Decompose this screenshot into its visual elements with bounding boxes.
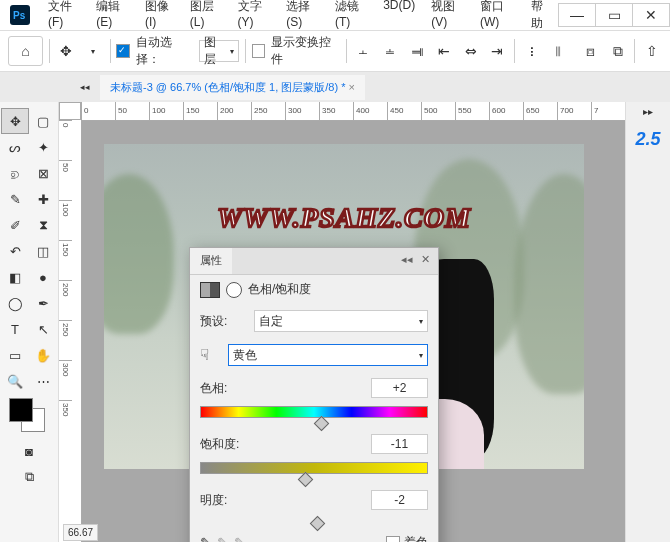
light-label: 明度: (200, 492, 248, 509)
lasso-tool[interactable]: ᔕ (1, 134, 29, 160)
move-tool-icon[interactable]: ✥ (56, 40, 77, 62)
menu-edit[interactable]: 编辑(E) (88, 0, 137, 38)
showtransform-label: 显示变换控件 (271, 34, 339, 68)
quickmask-tool[interactable]: ◙ (15, 438, 43, 464)
zoom-readout[interactable]: 66.67 (63, 524, 98, 541)
sat-slider[interactable] (200, 476, 428, 484)
gradient-tool[interactable]: ◧ (1, 264, 29, 290)
adjustment-name: 色相/饱和度 (248, 281, 311, 298)
screenmode-tool[interactable]: ⧉ (15, 464, 43, 490)
distribute2-icon[interactable]: ⫴ (548, 40, 569, 62)
heal-tool[interactable]: ✚ (29, 186, 57, 212)
colorize-checkbox[interactable] (386, 536, 400, 543)
align-hcenter-icon[interactable]: ⇔ (460, 40, 481, 62)
preset-combo[interactable]: 自定▾ (254, 310, 428, 332)
eyedropper-tool[interactable]: ✎ (1, 186, 29, 212)
autoselect-label: 自动选择： (136, 34, 193, 68)
close-button[interactable]: ✕ (632, 3, 670, 27)
menu-help[interactable]: 帮助 (523, 0, 559, 38)
type-tool[interactable]: T (1, 316, 29, 342)
mask-icon[interactable] (226, 282, 242, 298)
collapse-icon[interactable]: ◂◂ (80, 83, 90, 92)
menu-3d[interactable]: 3D(D) (375, 0, 423, 38)
finger-icon[interactable]: ☟ (200, 346, 222, 364)
pen-tool[interactable]: ✒ (29, 290, 57, 316)
stamp-tool[interactable]: ⧗ (29, 212, 57, 238)
zoom-tool[interactable]: 🔍 (1, 368, 29, 394)
align-left-icon[interactable]: ⇤ (433, 40, 454, 62)
menu-type[interactable]: 文字(Y) (230, 0, 279, 38)
tab-bar: ◂◂ 未标题-3 @ 66.7% (色相/饱和度 1, 图层蒙版/8) * × (0, 72, 670, 102)
right-sidebar: ▸▸ 2.5 (625, 102, 670, 542)
hand-tool[interactable]: ✋ (29, 342, 57, 368)
menu-select[interactable]: 选择(S) (278, 0, 327, 38)
hue-label: 色相: (200, 380, 248, 397)
blur-tool[interactable]: ● (29, 264, 57, 290)
eyedropper-minus-icon[interactable]: ✎ (234, 535, 245, 542)
distribute-icon[interactable]: ⫶ (521, 40, 542, 62)
dodge-tool[interactable]: ◯ (1, 290, 29, 316)
tab-close-icon[interactable]: × (349, 81, 355, 93)
channel-combo[interactable]: 黄色▾ (228, 344, 428, 366)
autoselect-combo[interactable]: 图层▾ (199, 40, 239, 62)
align-bottom-icon[interactable]: ⫥ (406, 40, 427, 62)
expand-icon[interactable]: ▸▸ (643, 102, 653, 121)
eyedropper-icon[interactable]: ✎ (200, 535, 211, 542)
watermark-text: WWW.PSAHZ.COM (217, 202, 471, 234)
home-icon[interactable]: ⌂ (8, 36, 43, 66)
light-slider[interactable] (200, 520, 428, 528)
hue-input[interactable]: +2 (371, 378, 428, 398)
document-tab[interactable]: 未标题-3 @ 66.7% (色相/饱和度 1, 图层蒙版/8) * × (100, 75, 365, 100)
adjustment-icon (200, 282, 220, 298)
menu-image[interactable]: 图像(I) (137, 0, 182, 38)
colorize-label: 着色 (404, 534, 428, 542)
eraser-tool[interactable]: ◫ (29, 238, 57, 264)
panel-collapse-icon[interactable]: ◂◂ (401, 253, 413, 269)
showtransform-checkbox[interactable] (252, 44, 265, 58)
menu-layer[interactable]: 图层(L) (182, 0, 230, 38)
move-tool[interactable]: ✥ (1, 108, 29, 134)
hue-gradient (200, 406, 428, 418)
autoselect-checkbox[interactable] (116, 44, 129, 58)
maximize-button[interactable]: ▭ (595, 3, 633, 27)
menu-view[interactable]: 视图(V) (423, 0, 472, 38)
wand-tool[interactable]: ✦ (29, 134, 57, 160)
artboard-icon[interactable]: ⧉ (607, 40, 628, 62)
canvas-area[interactable]: 0501001502002503003504004505005506006507… (59, 102, 625, 542)
sat-gradient (200, 462, 428, 474)
ruler-horizontal: 0501001502002503003504004505005506006507… (81, 102, 625, 121)
properties-tab[interactable]: 属性 (190, 248, 232, 274)
crop-tool[interactable]: ⟄ (1, 160, 29, 186)
light-input[interactable]: -2 (371, 490, 428, 510)
hue-slider[interactable] (200, 420, 428, 428)
titlebar: Ps 文件(F) 编辑(E) 图像(I) 图层(L) 文字(Y) 选择(S) 滤… (0, 0, 670, 31)
brush-tool[interactable]: ✐ (1, 212, 29, 238)
shape-tool[interactable]: ▭ (1, 342, 29, 368)
panel-close-icon[interactable]: ✕ (421, 253, 430, 269)
dropdown-icon[interactable]: ▾ (83, 40, 104, 62)
align-vcenter-icon[interactable]: ⫨ (380, 40, 401, 62)
sat-label: 饱和度: (200, 436, 248, 453)
toolbox: ✥▢ ᔕ✦ ⟄⊠ ✎✚ ✐⧗ ↶◫ ◧● ◯✒ T↖ ▭✋ 🔍⋯ ◙ ⧉ (0, 102, 59, 542)
menu-window[interactable]: 窗口(W) (472, 0, 523, 38)
align-right-icon[interactable]: ⇥ (487, 40, 508, 62)
menu-file[interactable]: 文件(F) (40, 0, 88, 38)
app-logo: Ps (0, 0, 40, 30)
eyedropper-plus-icon[interactable]: ✎ (217, 535, 228, 542)
3d-mode-icon[interactable]: ⧈ (580, 40, 601, 62)
share-icon[interactable]: ⇧ (641, 40, 662, 62)
ruler-vertical: 050100150200250300350 (59, 120, 82, 542)
edit-toolbar[interactable]: ⋯ (29, 368, 57, 394)
path-select-tool[interactable]: ↖ (29, 316, 57, 342)
frame-tool[interactable]: ⊠ (29, 160, 57, 186)
color-swatches[interactable] (9, 398, 49, 432)
preset-label: 预设: (200, 313, 248, 330)
sat-input[interactable]: -11 (371, 434, 428, 454)
marquee-tool[interactable]: ▢ (29, 108, 57, 134)
properties-panel[interactable]: 属性 ◂◂✕ 色相/饱和度 预设: 自定▾ ☟ 黄色▾ 色相:+2 饱和度:-1… (189, 247, 439, 542)
align-top-icon[interactable]: ⫠ (353, 40, 374, 62)
minimize-button[interactable]: — (558, 3, 596, 27)
history-brush-tool[interactable]: ↶ (1, 238, 29, 264)
svg-text:Ps: Ps (13, 10, 26, 21)
menu-filter[interactable]: 滤镜(T) (327, 0, 375, 38)
